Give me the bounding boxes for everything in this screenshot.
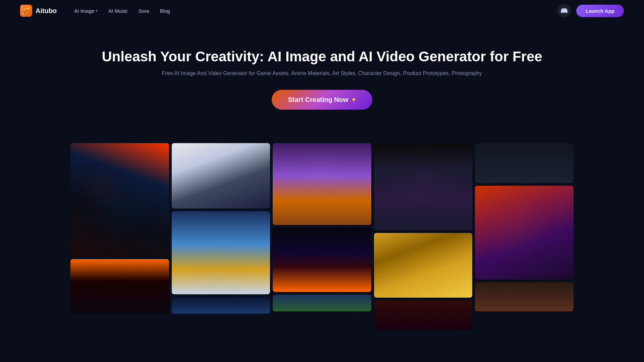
- gallery-image-art-scene[interactable]: [374, 300, 473, 329]
- gallery-image-beach-woman[interactable]: [172, 211, 270, 294]
- nav-ai-image[interactable]: AI Image ▾: [70, 6, 102, 16]
- chevron-down-icon: ▾: [96, 9, 98, 13]
- logo[interactable]: 🪄 Aitubo: [20, 5, 57, 17]
- navbar-right: Launch App: [557, 4, 624, 17]
- gallery-col-2: [172, 143, 270, 314]
- gallery-col-4: [374, 143, 473, 329]
- cta-label: Start Creating Now: [288, 96, 348, 104]
- nav-ai-music[interactable]: AI Music: [104, 6, 132, 16]
- navbar-left: 🪄 Aitubo AI Image ▾ AI Music Sora Blog: [20, 5, 174, 17]
- gallery-image-girl-portrait[interactable]: [273, 143, 371, 225]
- gallery-col-5: [475, 143, 574, 311]
- start-creating-button[interactable]: Start Creating Now ✦: [272, 90, 372, 110]
- gallery-image-lion[interactable]: [374, 233, 473, 298]
- hero-title: Unleash Your Creativity: AI Image and AI…: [7, 48, 637, 65]
- gallery-image-space-planet[interactable]: [273, 228, 371, 292]
- nav-links: AI Image ▾ AI Music Sora Blog: [70, 6, 174, 16]
- gallery-image-vegas-city[interactable]: [70, 259, 169, 314]
- gallery-image-dark-queen[interactable]: [374, 143, 473, 230]
- gallery-image-pirate-woman[interactable]: [475, 186, 574, 280]
- logo-icon: 🪄: [20, 5, 32, 17]
- hero-section: Unleash Your Creativity: AI Image and AI…: [0, 21, 644, 123]
- gallery: [0, 123, 644, 329]
- nav-blog[interactable]: Blog: [156, 6, 174, 16]
- brand-name: Aitubo: [36, 7, 57, 15]
- sparkle-icon: ✦: [351, 96, 356, 104]
- gallery-col-3: [273, 143, 371, 311]
- gallery-image-gundam[interactable]: [172, 143, 270, 208]
- hero-subtitle: Free AI Image And Video Generator for Ga…: [7, 70, 637, 76]
- nav-sora[interactable]: Sora: [135, 6, 153, 16]
- gallery-image-blue-creature[interactable]: [172, 297, 270, 314]
- gallery-image-robot-armor[interactable]: [70, 143, 169, 256]
- discord-icon[interactable]: [557, 4, 571, 17]
- gallery-image-soldier[interactable]: [475, 143, 574, 183]
- navbar: 🪄 Aitubo AI Image ▾ AI Music Sora Blog: [0, 0, 644, 21]
- gallery-image-phoenix[interactable]: [273, 295, 371, 311]
- launch-app-button[interactable]: Launch App: [576, 5, 624, 17]
- gallery-col-1: [70, 143, 169, 314]
- gallery-image-woman-portrait-2[interactable]: [475, 282, 574, 311]
